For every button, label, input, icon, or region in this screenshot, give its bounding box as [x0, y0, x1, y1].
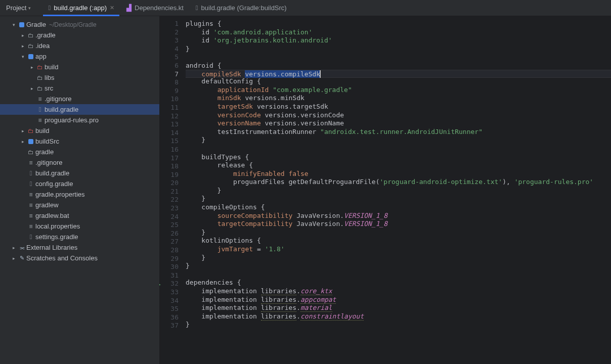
tree-item-label: config.gradle: [35, 180, 73, 188]
chevron-down-icon[interactable]: ▾: [10, 21, 17, 28]
code-line[interactable]: applicationId "com.example.gradle": [186, 86, 611, 95]
project-dropdown[interactable]: Project ▾: [0, 4, 37, 12]
chevron-right-icon[interactable]: ▸: [28, 85, 35, 92]
tree-item[interactable]: ▾app: [0, 51, 159, 62]
tree-item[interactable]: ▸🗀build: [0, 125, 159, 136]
code-line[interactable]: minSdk versions.minSdk: [186, 94, 611, 103]
code-line[interactable]: versionCode versions.versionCode: [186, 111, 611, 120]
tree-item[interactable]: ▸≡.gitignore: [0, 157, 159, 168]
code-line[interactable]: versionName versions.versionName: [186, 119, 611, 128]
code-line[interactable]: testInstrumentationRunner "androidx.test…: [186, 128, 611, 136]
code-line[interactable]: minifyEnabled false: [186, 170, 611, 178]
chevron-right-icon[interactable]: ▸: [10, 244, 17, 251]
tree-item[interactable]: ▸𓃰config.gradle: [0, 178, 159, 189]
tree-item[interactable]: ▾Gradle~/Desktop/Gradle: [0, 19, 159, 30]
folder-icon: 🗀: [28, 149, 34, 156]
tree-item[interactable]: ▸⫘External Libraries: [0, 242, 159, 253]
tab-label: build.gradle (Gradle:buildSrc): [201, 4, 287, 12]
tree-item[interactable]: ▸𓃰build.gradle: [0, 168, 159, 178]
code-line[interactable]: implementation libraries.appcompat: [186, 296, 611, 304]
code-line[interactable]: [186, 53, 611, 62]
chevron-right-icon[interactable]: ▸: [19, 127, 26, 134]
text-caret: [320, 70, 321, 78]
editor-tab[interactable]: 𓃰build.gradle (Gradle:buildSrc): [191, 2, 292, 14]
code-line[interactable]: proguardFiles getDefaultProguardFile('pr…: [186, 178, 611, 187]
code-line[interactable]: compileOptions {: [186, 203, 611, 212]
code-line[interactable]: }: [186, 45, 611, 54]
code-line[interactable]: kotlinOptions {: [186, 237, 611, 245]
tree-item-path: ~/Desktop/Gradle: [49, 21, 97, 28]
code-line[interactable]: jvmTarget = '1.8': [186, 245, 611, 254]
kotlin-icon: ▟: [126, 4, 132, 12]
tree-item-label: Scratches and Consoles: [26, 254, 98, 262]
code-line[interactable]: }: [186, 195, 611, 203]
tree-item-label: buildSrc: [35, 138, 59, 145]
code-line[interactable]: plugins {: [186, 20, 611, 28]
tree-item-label: libs: [45, 74, 55, 81]
tree-item[interactable]: ▸≡gradlew.bat: [0, 210, 159, 221]
code-line[interactable]: implementation libraries.constraintlayou…: [186, 312, 611, 321]
code-editor[interactable]: 1234567891011121314151617181920212223242…: [159, 16, 611, 364]
tree-item[interactable]: ▸🗀build: [0, 62, 159, 72]
tab-label: Dependencies.kt: [135, 4, 184, 12]
chevron-right-icon[interactable]: ▸: [19, 42, 26, 50]
code-line[interactable]: buildTypes {: [186, 153, 611, 162]
folder-icon: 🗀: [28, 127, 34, 134]
tree-item[interactable]: ▸≡gradle.properties: [0, 189, 159, 200]
gradle-icon: 𓃰: [30, 169, 32, 177]
tree-item[interactable]: ▸≡.gitignore: [0, 94, 159, 104]
file-icon: ≡: [29, 223, 32, 230]
file-icon: ≡: [38, 96, 41, 103]
code-line[interactable]: }: [186, 187, 611, 195]
code-line[interactable]: }: [186, 254, 611, 262]
tree-item[interactable]: ▸≡proguard-rules.pro: [0, 115, 159, 125]
gradle-icon: 𓃰: [30, 180, 32, 188]
code-line[interactable]: defaultConfig {: [186, 77, 611, 86]
editor-tab[interactable]: 𓃰build.gradle (:app)✕: [43, 2, 119, 14]
code-line[interactable]: }: [186, 136, 611, 145]
code-line[interactable]: [186, 145, 611, 153]
code-line[interactable]: dependencies {: [186, 279, 611, 287]
code-line[interactable]: sourceCompatibility JavaVersion.VERSION_…: [186, 212, 611, 220]
tree-item[interactable]: ▸🗀libs: [0, 72, 159, 83]
tree-item[interactable]: ▸≡gradlew: [0, 200, 159, 210]
file-icon: ≡: [29, 159, 32, 166]
gradle-icon: 𓃰: [39, 106, 41, 113]
code-line[interactable]: }: [186, 229, 611, 237]
code-line[interactable]: implementation libraries.material: [186, 304, 611, 312]
tree-item-label: proguard-rules.pro: [45, 116, 99, 124]
tree-item[interactable]: ▸🗀.idea: [0, 40, 159, 51]
tree-item[interactable]: ▸𓃰build.gradle: [0, 104, 159, 115]
chevron-right-icon[interactable]: ▸: [19, 32, 26, 39]
code-line[interactable]: }: [186, 321, 611, 329]
tree-item[interactable]: ▸🗀src: [0, 83, 159, 94]
tree-item[interactable]: ▸✎Scratches and Consoles: [0, 253, 159, 263]
tree-item[interactable]: ▸🗀.gradle: [0, 30, 159, 40]
code-line[interactable]: compileSdk versions.compileSdk: [186, 70, 611, 78]
gradle-icon: 𓃰: [30, 233, 32, 241]
chevron-right-icon[interactable]: ▸: [19, 138, 26, 145]
code-line[interactable]: android {: [186, 62, 611, 70]
code-line[interactable]: [186, 270, 611, 279]
editor-code[interactable]: plugins { id 'com.android.application' i…: [186, 16, 611, 364]
file-icon: ≡: [38, 117, 41, 124]
close-icon[interactable]: ✕: [110, 5, 114, 11]
chevron-right-icon[interactable]: ▸: [28, 64, 35, 71]
code-line[interactable]: targetCompatibility JavaVersion.VERSION_…: [186, 220, 611, 229]
chevron-right-icon[interactable]: ▸: [10, 255, 17, 262]
code-line[interactable]: }: [186, 262, 611, 270]
code-line[interactable]: implementation libraries.core_ktx: [186, 287, 611, 296]
folder-icon: 🗀: [28, 42, 34, 50]
code-line[interactable]: id 'org.jetbrains.kotlin.android': [186, 36, 611, 45]
tree-item[interactable]: ▸🗀gradle: [0, 147, 159, 157]
editor-tab[interactable]: ▟Dependencies.kt: [121, 2, 189, 14]
tree-item[interactable]: ▸buildSrc: [0, 136, 159, 147]
chevron-down-icon[interactable]: ▾: [19, 53, 26, 60]
code-line[interactable]: id 'com.android.application': [186, 28, 611, 37]
code-line[interactable]: targetSdk versions.targetSdk: [186, 103, 611, 111]
module-icon: [28, 54, 33, 59]
tree-item[interactable]: ▸𓃰settings.gradle: [0, 232, 159, 242]
code-line[interactable]: release {: [186, 161, 611, 170]
tree-item[interactable]: ▸≡local.properties: [0, 221, 159, 232]
project-tree[interactable]: ▾Gradle~/Desktop/Gradle▸🗀.gradle▸🗀.idea▾…: [0, 16, 159, 364]
